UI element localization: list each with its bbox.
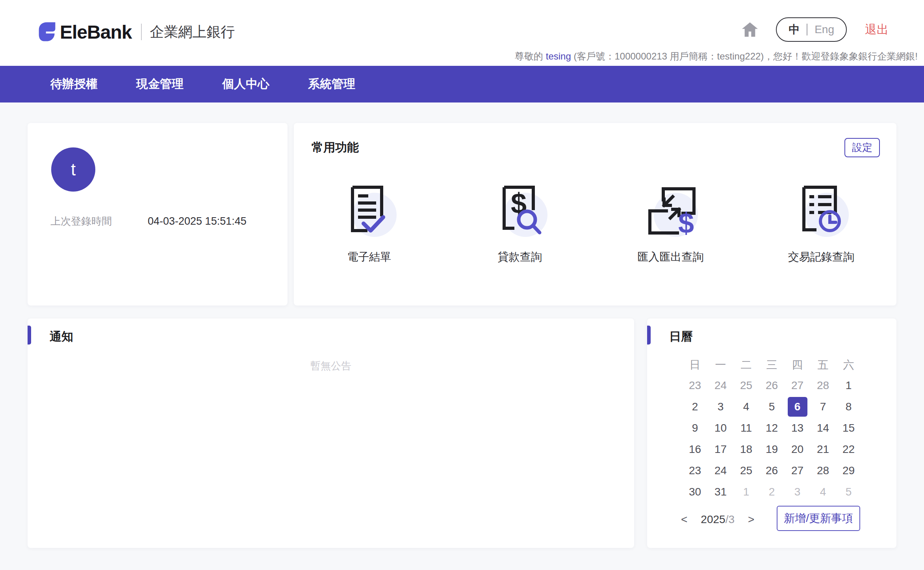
calendar-day[interactable]: 22 bbox=[839, 440, 859, 459]
calendar-day[interactable]: 7 bbox=[813, 397, 833, 417]
header-controls: 中 Eng 退出 bbox=[742, 17, 889, 42]
calendar-day[interactable]: 3 bbox=[788, 482, 807, 502]
calendar-day[interactable]: 28 bbox=[813, 461, 833, 481]
quick-functions-title: 常用功能 bbox=[312, 140, 359, 156]
calendar-day[interactable]: 24 bbox=[711, 461, 731, 481]
calendar-day[interactable]: 23 bbox=[685, 376, 705, 395]
notices-accent-bar bbox=[28, 326, 31, 345]
calendar-weekday: 六 bbox=[843, 358, 854, 373]
calendar-day[interactable]: 27 bbox=[788, 376, 807, 395]
calendar-month: /3 bbox=[725, 513, 735, 525]
calendar-weekday: 三 bbox=[766, 358, 777, 373]
nav-item-pending-authorization[interactable]: 待辦授權 bbox=[50, 76, 98, 92]
calendar-day[interactable]: 24 bbox=[711, 376, 731, 395]
calendar-weekday: 五 bbox=[818, 358, 829, 373]
calendar-weekday: 一 bbox=[715, 358, 726, 373]
quick-functions-header: 常用功能 設定 bbox=[294, 123, 896, 157]
calendar-day[interactable]: 23 bbox=[685, 461, 705, 481]
calendar-day[interactable]: 29 bbox=[839, 461, 859, 481]
notices-card: 通知 暫無公告 bbox=[28, 319, 634, 548]
calendar-day[interactable]: 25 bbox=[737, 376, 756, 395]
calendar-day[interactable]: 13 bbox=[788, 418, 807, 438]
quick-function-remittance-inquiry[interactable]: $ 匯入匯出查詢 bbox=[595, 178, 746, 265]
nav-item-personal-center[interactable]: 個人中心 bbox=[222, 76, 269, 92]
welcome-suffix: (客戶號：1000000213 用戶簡稱：testing222)，您好！歡迎登錄… bbox=[571, 51, 918, 61]
calendar-day[interactable]: 10 bbox=[711, 418, 731, 438]
calendar-day[interactable]: 19 bbox=[762, 440, 782, 459]
bottom-row: 通知 暫無公告 日曆 日 一 二 三 四 五 六 232425262728123… bbox=[28, 319, 896, 548]
lang-divider bbox=[807, 24, 807, 35]
brand-divider bbox=[141, 24, 142, 40]
quick-function-loan-inquiry[interactable]: $ 貸款查詢 bbox=[445, 178, 596, 265]
calendar-day[interactable]: 25 bbox=[737, 461, 756, 481]
calendar-day[interactable]: 30 bbox=[685, 482, 705, 502]
calendar-days-grid: 2324252627281234567891011121314151617181… bbox=[682, 375, 861, 503]
quick-function-label: 匯入匯出查詢 bbox=[637, 250, 703, 265]
calendar-day[interactable]: 9 bbox=[685, 418, 705, 438]
calendar-day[interactable]: 20 bbox=[788, 440, 807, 459]
logout-link[interactable]: 退出 bbox=[865, 22, 889, 38]
calendar-day[interactable]: 5 bbox=[839, 482, 859, 502]
nav-item-cash-management[interactable]: 現金管理 bbox=[136, 76, 184, 92]
welcome-message: 尊敬的 tesing (客戶號：1000000213 用戶簡稱：testing2… bbox=[515, 50, 918, 63]
calendar-next-month-button[interactable]: > bbox=[746, 513, 756, 526]
calendar-day[interactable]: 12 bbox=[762, 418, 782, 438]
svg-text:$: $ bbox=[678, 207, 694, 239]
header: EleBank 企業網上銀行 中 Eng 退出 尊敬的 tesing (客戶號：… bbox=[0, 0, 924, 66]
calendar-day[interactable]: 27 bbox=[788, 461, 807, 481]
calendar-day[interactable]: 5 bbox=[762, 397, 782, 417]
calendar-day[interactable]: 17 bbox=[711, 440, 731, 459]
calendar-day[interactable]: 26 bbox=[762, 376, 782, 395]
calendar-day[interactable]: 28 bbox=[813, 376, 833, 395]
calendar-day[interactable]: 21 bbox=[813, 440, 833, 459]
quick-function-transaction-history[interactable]: 交易記錄查詢 bbox=[746, 178, 897, 265]
settings-button[interactable]: 設定 bbox=[844, 138, 880, 157]
calendar-day[interactable]: 2 bbox=[685, 397, 705, 417]
welcome-prefix: 尊敬的 bbox=[515, 51, 546, 61]
remittance-in-out-icon: $ bbox=[639, 178, 702, 241]
calendar-day-selected[interactable]: 6 bbox=[788, 397, 807, 417]
calendar-day[interactable]: 26 bbox=[762, 461, 782, 481]
calendar-day[interactable]: 15 bbox=[839, 418, 859, 438]
calendar-day[interactable]: 14 bbox=[813, 418, 833, 438]
calendar-year-month: 2025/3 bbox=[701, 513, 735, 526]
calendar-day[interactable]: 2 bbox=[762, 482, 782, 502]
language-toggle[interactable]: 中 Eng bbox=[776, 17, 847, 42]
calendar-day[interactable]: 11 bbox=[737, 418, 756, 438]
quick-function-label: 電子結單 bbox=[347, 250, 391, 265]
calendar-prev-month-button[interactable]: < bbox=[679, 513, 689, 526]
calendar-year: 2025 bbox=[701, 513, 725, 525]
last-login-label: 上次登錄時間 bbox=[50, 214, 148, 228]
avatar: t bbox=[51, 147, 95, 192]
profile-card: t 上次登錄時間 04-03-2025 15:51:45 bbox=[28, 123, 288, 305]
calendar-day[interactable]: 16 bbox=[685, 440, 705, 459]
brand-subtitle: 企業網上銀行 bbox=[150, 22, 235, 42]
calendar-weekday: 四 bbox=[792, 358, 803, 373]
home-icon[interactable] bbox=[742, 22, 758, 37]
quick-function-e-statement[interactable]: 電子結單 bbox=[294, 178, 445, 265]
page: EleBank 企業網上銀行 中 Eng 退出 尊敬的 tesing (客戶號：… bbox=[0, 0, 924, 570]
nav-item-system-management[interactable]: 系統管理 bbox=[308, 76, 355, 92]
quick-functions-items: 電子結單 $ bbox=[294, 178, 896, 265]
top-row: t 上次登錄時間 04-03-2025 15:51:45 常用功能 設定 bbox=[28, 123, 896, 305]
quick-functions-card: 常用功能 設定 bbox=[294, 123, 896, 305]
add-update-event-button[interactable]: 新增/更新事項 bbox=[777, 506, 860, 531]
calendar-day[interactable]: 1 bbox=[839, 376, 859, 395]
lang-eng-option[interactable]: Eng bbox=[815, 23, 834, 36]
notices-empty-text: 暫無公告 bbox=[28, 359, 634, 373]
calendar-day[interactable]: 31 bbox=[711, 482, 731, 502]
lang-zh-option[interactable]: 中 bbox=[789, 22, 800, 37]
loan-search-icon: $ bbox=[488, 178, 551, 241]
calendar-day[interactable]: 3 bbox=[711, 397, 731, 417]
welcome-username: tesing bbox=[546, 51, 571, 61]
last-login-row: 上次登錄時間 04-03-2025 15:51:45 bbox=[50, 214, 247, 228]
calendar-day[interactable]: 1 bbox=[737, 482, 756, 502]
calendar-weekday: 日 bbox=[690, 358, 701, 373]
calendar-day[interactable]: 4 bbox=[737, 397, 756, 417]
statement-check-icon bbox=[338, 178, 401, 241]
calendar-title: 日曆 bbox=[647, 319, 693, 345]
calendar-day[interactable]: 8 bbox=[839, 397, 859, 417]
calendar-day[interactable]: 4 bbox=[813, 482, 833, 502]
calendar-day[interactable]: 18 bbox=[737, 440, 756, 459]
main-content: t 上次登錄時間 04-03-2025 15:51:45 常用功能 設定 bbox=[0, 123, 924, 548]
